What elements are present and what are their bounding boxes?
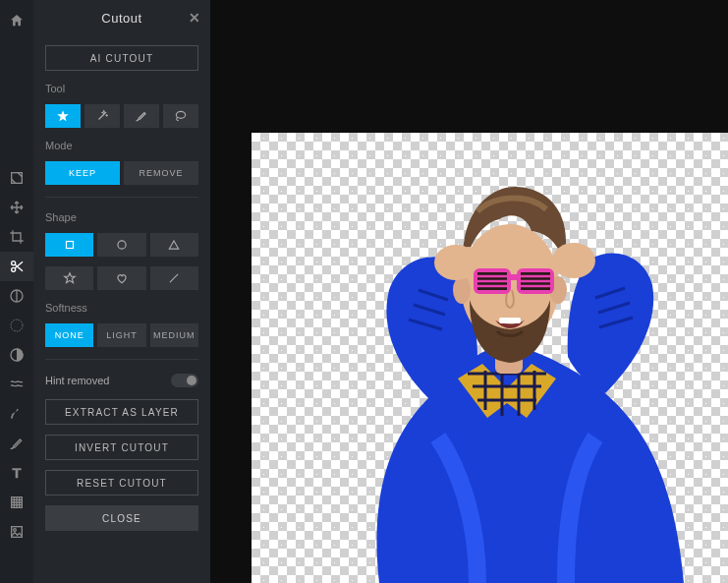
softness-row: NONE LIGHT MEDIUM: [45, 323, 198, 347]
svg-rect-20: [465, 247, 473, 266]
svg-point-7: [14, 529, 17, 532]
shape-square-button[interactable]: [45, 233, 93, 257]
close-button[interactable]: CLOSE: [45, 505, 198, 531]
svg-point-10: [118, 241, 126, 249]
move-icon[interactable]: [0, 193, 33, 222]
image-layer-icon[interactable]: [0, 517, 33, 547]
svg-point-13: [453, 276, 471, 304]
elements-icon[interactable]: [0, 488, 33, 517]
svg-point-4: [11, 320, 23, 331]
crop-icon[interactable]: [0, 222, 33, 252]
softness-none-button[interactable]: NONE: [45, 323, 93, 347]
svg-rect-18: [443, 249, 451, 268]
svg-rect-21: [561, 245, 569, 266]
close-icon[interactable]: ✕: [189, 10, 201, 26]
tool-wand-button[interactable]: [84, 104, 120, 128]
shape-triangle-button[interactable]: [150, 233, 198, 257]
shape-heart-button[interactable]: [97, 266, 145, 290]
shape-star-button[interactable]: [45, 266, 93, 290]
disperse-icon[interactable]: [0, 399, 33, 429]
softness-light-button[interactable]: LIGHT: [97, 323, 145, 347]
canvas-area[interactable]: [252, 133, 728, 583]
left-toolbar: [0, 0, 33, 583]
svg-point-8: [176, 111, 185, 118]
divider: [45, 197, 198, 198]
tool-label: Tool: [45, 83, 198, 94]
cutout-panel: Cutout ✕ AI CUTOUT Tool Mode KEEP REMOVE: [33, 0, 210, 583]
tool-row: [45, 104, 198, 128]
reset-cutout-button[interactable]: RESET CUTOUT: [45, 470, 198, 496]
svg-rect-26: [509, 274, 519, 280]
shape-line-button[interactable]: [150, 266, 198, 290]
brush-icon[interactable]: [0, 429, 33, 458]
hint-removed-label: Hint removed: [45, 375, 109, 386]
invert-cutout-button[interactable]: INVERT CUTOUT: [45, 435, 198, 460]
hint-removed-toggle[interactable]: [171, 374, 198, 387]
hint-removed-row: Hint removed: [45, 372, 198, 389]
panel-header: Cutout ✕: [33, 0, 210, 35]
svg-rect-6: [12, 527, 23, 538]
retouch-icon[interactable]: [0, 340, 33, 370]
shape-row-1: [45, 233, 198, 257]
tool-lasso-button[interactable]: [163, 104, 198, 128]
arrange-icon[interactable]: [0, 163, 33, 193]
svg-rect-9: [66, 242, 73, 249]
mode-keep-button[interactable]: KEEP: [45, 161, 120, 185]
adjust-icon[interactable]: [0, 281, 33, 311]
shape-circle-button[interactable]: [97, 233, 145, 257]
svg-rect-19: [454, 245, 462, 266]
tool-brush-button[interactable]: [124, 104, 159, 128]
panel-title: Cutout: [101, 11, 141, 26]
tool-magic-button[interactable]: [45, 104, 81, 128]
mode-row: KEEP REMOVE: [45, 161, 198, 185]
text-icon[interactable]: [0, 458, 33, 488]
focus-icon[interactable]: [0, 370, 33, 399]
liquify-icon[interactable]: [0, 311, 33, 340]
ai-cutout-button[interactable]: AI CUTOUT: [45, 45, 198, 71]
extract-layer-button[interactable]: EXTRACT AS LAYER: [45, 399, 198, 425]
shape-row-2: [45, 266, 198, 290]
cutout-icon[interactable]: [0, 252, 33, 281]
mode-remove-button[interactable]: REMOVE: [124, 161, 198, 185]
softness-label: Softness: [45, 302, 198, 314]
cutout-subject: [281, 143, 728, 583]
shape-label: Shape: [45, 211, 198, 223]
home-icon[interactable]: [0, 6, 33, 35]
svg-rect-15: [499, 318, 521, 323]
mode-label: Mode: [45, 140, 198, 151]
divider: [45, 359, 198, 360]
svg-rect-22: [572, 243, 580, 264]
svg-rect-23: [583, 247, 590, 266]
softness-medium-button[interactable]: MEDIUM: [150, 323, 198, 347]
